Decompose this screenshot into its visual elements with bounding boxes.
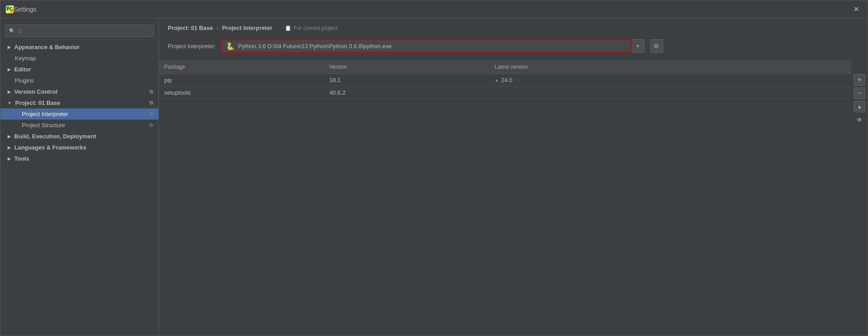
sidebar-item-editor[interactable]: ▶ Editor: [0, 64, 158, 75]
sidebar-item-label: Plugins: [15, 77, 34, 84]
sidebar-item-label: Project Structure: [22, 122, 65, 129]
table-row[interactable]: pip 18.1 ▲ 24.0: [159, 74, 851, 87]
scope-text: For current project: [294, 25, 337, 31]
sidebar-item-label: Build, Execution, Deployment: [14, 133, 96, 140]
title-bar: PC Settings ✕: [0, 0, 868, 18]
copy-icon: ⧉: [150, 100, 153, 106]
interpreter-label: Project Interpreter:: [168, 43, 216, 50]
chevron-right-icon: ▶: [8, 90, 11, 94]
chevron-right-icon: ▶: [8, 67, 11, 72]
app-icon: PC: [6, 5, 14, 13]
sidebar-item-tools[interactable]: ▶ Tools: [0, 153, 158, 164]
search-box[interactable]: 🔍: [5, 25, 154, 37]
chevron-down-icon: ▼: [8, 101, 12, 105]
upgrade-arrow-icon: ▲: [494, 78, 499, 83]
column-header-latest-version: Latest version: [489, 64, 851, 70]
sidebar: 🔍 ▶ Appearance & Behavior Keymap ▶ Edito…: [0, 18, 159, 336]
interpreter-row: Project Interpreter: 🐍 Python 3.6 D:\04 …: [159, 36, 868, 60]
sidebar-item-label: Appearance & Behavior: [14, 44, 80, 50]
breadcrumb: Project: 01 Base › Project Interpreter 📋…: [159, 18, 868, 36]
search-input[interactable]: [18, 28, 150, 34]
copy-icon: ⧉: [150, 122, 153, 128]
chevron-right-icon: ▶: [8, 157, 11, 161]
interpreter-value: Python 3.6 D:\04 Future\13 Python\Python…: [238, 43, 392, 50]
sidebar-item-label: Project Interpreter: [22, 111, 68, 117]
sidebar-item-project-structure[interactable]: Project Structure ⧉: [0, 120, 158, 131]
packages-table-area: Package Version Latest version pip 18.1 …: [159, 60, 851, 336]
content-area: 🔍 ▶ Appearance & Behavior Keymap ▶ Edito…: [0, 18, 868, 336]
chevron-right-icon: ▶: [8, 45, 11, 50]
package-name: setuptools: [159, 89, 324, 96]
main-panel: Project: 01 Base › Project Interpreter 📋…: [159, 18, 868, 336]
sidebar-item-version-control[interactable]: ▶ Version Control ⧉: [0, 86, 158, 97]
show-packages-button[interactable]: 👁: [854, 114, 865, 126]
main-content-with-side: Package Version Latest version pip 18.1 …: [159, 60, 868, 336]
latest-version-value: 24.0: [501, 77, 512, 83]
window-title: Settings: [14, 6, 850, 13]
chevron-right-icon: ▶: [8, 145, 11, 150]
sidebar-item-keymap[interactable]: Keymap: [0, 53, 158, 64]
interpreter-dropdown-wrapper: 🐍 Python 3.6 D:\04 Future\13 Python\Pyth…: [220, 39, 644, 53]
remove-package-button[interactable]: −: [854, 87, 865, 99]
sidebar-item-languages-frameworks[interactable]: ▶ Languages & Frameworks: [0, 142, 158, 153]
sidebar-item-label: Project: 01 Base: [15, 100, 60, 106]
package-name: pip: [159, 77, 324, 83]
upgrade-package-button[interactable]: ▲: [854, 101, 865, 112]
sidebar-item-project-interpreter[interactable]: Project Interpreter ⧉: [0, 108, 158, 120]
scope-label: 📋 For current project: [285, 25, 337, 31]
breadcrumb-current: Project Interpreter: [222, 25, 273, 31]
gear-button[interactable]: ⚙: [650, 39, 663, 53]
sidebar-item-build-execution-deployment[interactable]: ▶ Build, Execution, Deployment: [0, 131, 158, 142]
package-version: 18.1: [324, 77, 489, 83]
package-version: 40.6.2: [324, 89, 489, 96]
python-icon: 🐍: [226, 42, 235, 50]
sidebar-item-project-01-base[interactable]: ▼ Project: 01 Base ⧉: [0, 97, 158, 108]
sidebar-item-plugins[interactable]: Plugins: [0, 75, 158, 86]
column-header-version: Version: [324, 64, 489, 70]
sidebar-item-label: Tools: [14, 155, 29, 162]
breadcrumb-parent: Project: 01 Base: [168, 25, 213, 31]
side-actions: + − ▲ 👁: [851, 60, 868, 336]
sidebar-item-label: Editor: [14, 66, 31, 73]
chevron-right-icon: ▶: [8, 134, 11, 139]
add-package-button[interactable]: +: [854, 74, 865, 86]
sidebar-item-label: Keymap: [15, 55, 36, 62]
sidebar-item-label: Languages & Frameworks: [14, 144, 87, 151]
copy-icon: ⧉: [150, 111, 153, 117]
sidebar-item-appearance-behavior[interactable]: ▶ Appearance & Behavior: [0, 41, 158, 53]
search-icon: 🔍: [9, 28, 15, 34]
scope-icon: 📋: [285, 25, 291, 31]
table-header: Package Version Latest version: [159, 60, 851, 74]
interpreter-select[interactable]: 🐍 Python 3.6 D:\04 Future\13 Python\Pyth…: [220, 39, 632, 53]
table-row[interactable]: setuptools 40.6.2: [159, 87, 851, 99]
settings-window: PC Settings ✕ 🔍 ▶ Appearance & Behavior …: [0, 0, 868, 336]
package-latest-version: ▲ 24.0: [489, 77, 851, 83]
copy-icon: ⧉: [150, 89, 153, 95]
interpreter-dropdown-arrow[interactable]: ▼: [632, 39, 644, 53]
breadcrumb-separator: ›: [216, 25, 218, 31]
column-header-package: Package: [159, 64, 324, 70]
sidebar-item-label: Version Control: [14, 88, 58, 95]
close-button[interactable]: ✕: [850, 3, 862, 16]
